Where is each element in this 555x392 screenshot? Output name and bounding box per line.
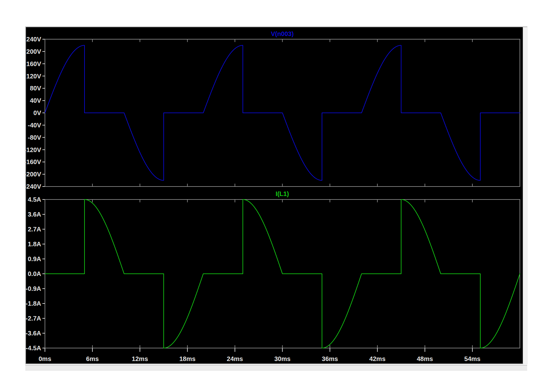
time-axis-label: 12ms <box>132 355 148 362</box>
time-axis-label: 48ms <box>417 355 433 362</box>
time-axis-label: 0ms <box>39 355 51 362</box>
voltage-y-tick-label: -80V <box>28 134 41 141</box>
current-y-tick-label: -2.7A <box>26 315 41 322</box>
voltage-y-tick-label: 200V <box>26 48 41 55</box>
current-y-tick-label: -0.9A <box>26 285 41 292</box>
time-axis-label: 24ms <box>227 355 243 362</box>
current-y-tick-label: 0.9A <box>28 255 41 262</box>
voltage-trace <box>45 45 520 180</box>
voltage-y-tick-label: 160V <box>26 60 41 67</box>
voltage-y-tick-label: -240V <box>24 183 41 190</box>
time-axis-label: 30ms <box>274 355 290 362</box>
current-y-tick-label: 0.0A <box>28 270 41 277</box>
current-y-tick-label: 2.7A <box>28 226 41 233</box>
time-axis-label: 42ms <box>369 355 385 362</box>
waveform-plot-canvas: 240V200V160V120V80V40V0V-40V-80V-120V-16… <box>0 0 555 392</box>
voltage-y-tick-label: 120V <box>26 73 41 80</box>
time-axis-label: 6ms <box>86 355 99 362</box>
time-axis-label: 18ms <box>179 355 196 362</box>
voltage-y-tick-label: 40V <box>30 97 41 104</box>
current-y-tick-label: 4.5A <box>28 196 41 203</box>
current-y-tick-label: -4.5A <box>26 345 41 352</box>
voltage-y-tick-label: 0V <box>34 109 41 116</box>
current-y-tick-label: 1.8A <box>28 241 41 248</box>
voltage-y-tick-label: -160V <box>24 158 41 165</box>
current-y-tick-label: -1.8A <box>26 300 41 307</box>
time-axis-label: 36ms <box>322 355 338 362</box>
horizontal-scrollbar[interactable] <box>25 365 527 371</box>
vertical-scrollbar[interactable] <box>523 27 527 364</box>
voltage-y-tick-label: 240V <box>26 36 41 43</box>
voltage-y-tick-label: -200V <box>24 171 41 178</box>
voltage-y-tick-label: -40V <box>28 122 41 129</box>
current-trace <box>45 199 520 348</box>
current-y-tick-label: 3.6A <box>28 211 41 218</box>
current-y-tick-label: -3.6A <box>26 330 41 337</box>
time-axis-label: 54ms <box>464 355 480 362</box>
voltage-y-tick-label: 80V <box>30 85 41 92</box>
page-background: V(n003) I(L1) 240V200V160V120V80V40V0V-4… <box>0 0 555 392</box>
voltage-y-tick-label: -120V <box>24 146 41 153</box>
